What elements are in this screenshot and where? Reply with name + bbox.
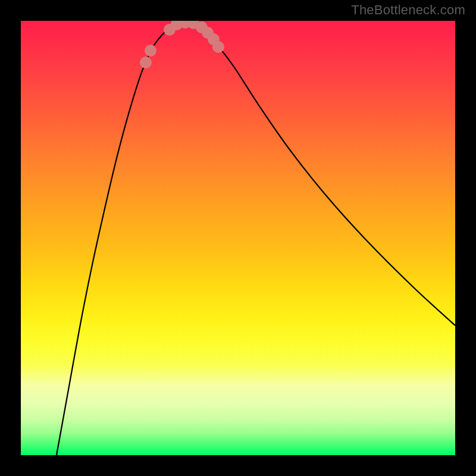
highlight-marker — [140, 57, 152, 68]
highlight-marker — [212, 41, 224, 53]
chart-svg — [21, 21, 455, 455]
bottleneck-curve-line — [57, 23, 455, 455]
chart-plot-area — [21, 21, 455, 455]
highlight-marker-group — [140, 21, 224, 68]
highlight-marker — [145, 45, 156, 57]
watermark-text: TheBottleneck.com — [351, 2, 465, 18]
